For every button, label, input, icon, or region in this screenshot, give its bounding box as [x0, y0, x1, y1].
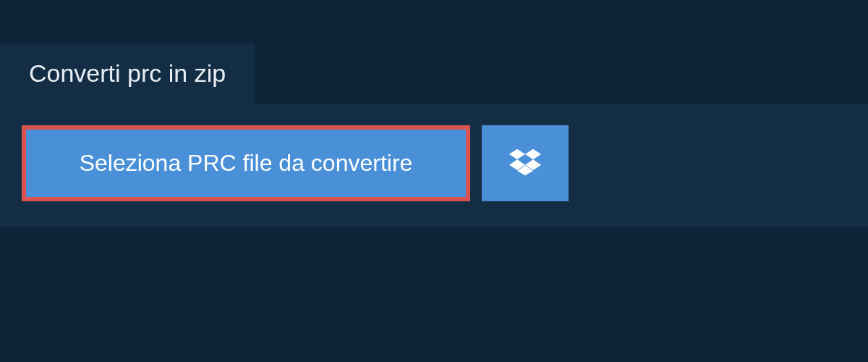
tab-label: Converti prc in zip — [29, 59, 226, 87]
tab-bar: Converti prc in zip — [0, 43, 868, 104]
dropbox-icon — [509, 146, 541, 181]
conversion-panel: Seleziona PRC file da convertire — [0, 104, 868, 227]
select-file-button[interactable]: Seleziona PRC file da convertire — [22, 125, 470, 201]
select-file-label: Seleziona PRC file da convertire — [80, 150, 413, 177]
tab-convert[interactable]: Converti prc in zip — [0, 43, 255, 104]
dropbox-button[interactable] — [482, 125, 569, 201]
